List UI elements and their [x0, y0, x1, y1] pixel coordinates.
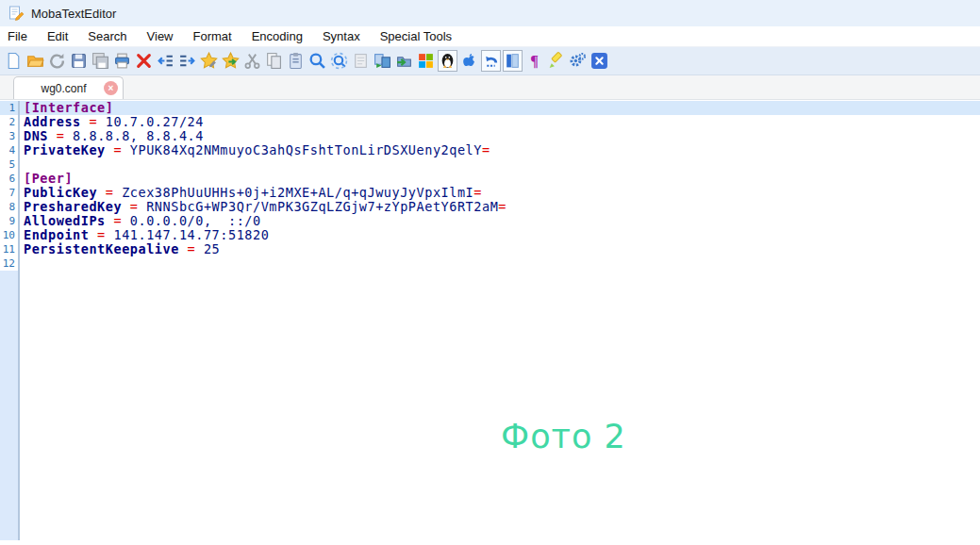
code-text: [Peer] — [20, 172, 73, 186]
tab-close-icon[interactable]: × — [104, 81, 118, 95]
gutter-below-content — [0, 271, 20, 540]
code-text — [20, 157, 24, 172]
menu-file[interactable]: File — [8, 29, 27, 43]
code-text: AllowedIPs = 0.0.0.0/0, ::/0 — [20, 214, 261, 228]
reload-icon[interactable] — [47, 50, 67, 72]
code-text: DNS = 8.8.8.8, 8.8.4.4 — [20, 129, 204, 143]
line-number: 3 — [0, 129, 20, 143]
code-text: PresharedKey = RNNSbcG+WP3Qr/VmPK3GZqLZG… — [20, 200, 507, 214]
mac-format-icon[interactable] — [459, 50, 479, 72]
bookmark-go-icon[interactable] — [221, 50, 241, 72]
menubar: FileEditSearchViewFormatEncodingSyntaxSp… — [0, 26, 980, 47]
close-editor-icon[interactable] — [590, 50, 609, 72]
paste-icon[interactable] — [286, 50, 306, 72]
save-all-icon[interactable] — [91, 50, 110, 72]
code-text: Address = 10.7.0.27/24 — [20, 115, 204, 129]
menu-view[interactable]: View — [147, 29, 174, 43]
window-title: MobaTextEditor — [31, 7, 116, 21]
bookmark-edit-icon[interactable] — [199, 50, 219, 72]
code-line[interactable]: 7PublicKey = Zcex38PhUuUHHs+0j+i2MXE+AL/… — [0, 186, 980, 200]
close-file-icon[interactable] — [134, 50, 154, 72]
settings-icon[interactable] — [568, 50, 588, 72]
open-folder-icon[interactable] — [25, 50, 45, 72]
indent-icon[interactable] — [177, 50, 197, 72]
line-number: 4 — [0, 143, 20, 157]
document-gray-icon[interactable] — [351, 50, 371, 72]
new-file-icon[interactable] — [4, 50, 24, 72]
line-number: 1 — [0, 101, 20, 115]
code-line[interactable]: 12 — [0, 256, 980, 271]
menu-syntax[interactable]: Syntax — [323, 29, 360, 43]
find-icon[interactable] — [307, 50, 327, 72]
replace-icon[interactable] — [329, 50, 349, 72]
code-line[interactable]: 5 — [0, 157, 980, 172]
titlebar: MobaTextEditor — [0, 0, 980, 26]
line-number: 12 — [0, 256, 20, 271]
code-line[interactable]: 2Address = 10.7.0.27/24 — [0, 115, 980, 129]
windows-format-icon[interactable] — [416, 50, 436, 72]
code-line[interactable]: 3DNS = 8.8.8.8, 8.8.4.4 — [0, 129, 980, 143]
convert-document-icon[interactable] — [373, 50, 392, 72]
save-icon[interactable] — [69, 50, 89, 72]
watermark-text: Фото 2 — [501, 418, 626, 455]
code-line[interactable]: 4PrivateKey = YPUK84Xq2NMmuyoC3ahQsFshtT… — [0, 143, 980, 157]
code-line[interactable]: 6[Peer] — [0, 172, 980, 186]
cut-icon[interactable] — [242, 50, 262, 72]
line-number: 2 — [0, 115, 20, 129]
code-lines: 1[Interface]2Address = 10.7.0.27/243DNS … — [0, 101, 980, 271]
line-number: 8 — [0, 200, 20, 214]
mobatexteditor-window: MobaTextEditor FileEditSearchViewFormatE… — [0, 0, 980, 545]
code-text: PublicKey = Zcex38PhUuUHHs+0j+i2MXE+AL/q… — [20, 186, 482, 200]
menu-special-tools[interactable]: Special Tools — [380, 29, 452, 43]
print-icon[interactable] — [112, 50, 132, 72]
code-line[interactable]: 8PresharedKey = RNNSbcG+WP3Qr/VmPK3GZqLZ… — [0, 200, 980, 214]
show-paragraph-marks-icon[interactable]: ¶ — [524, 50, 544, 72]
highlight-icon[interactable] — [546, 50, 566, 72]
tab-wg0-conf[interactable]: wg0.conf × — [13, 76, 124, 99]
editor-area[interactable]: 1[Interface]2Address = 10.7.0.27/243DNS … — [0, 101, 980, 540]
line-number: 7 — [0, 186, 20, 200]
line-number: 5 — [0, 157, 20, 172]
code-line[interactable]: 11PersistentKeepalive = 25 — [0, 242, 980, 256]
tabbar: wg0.conf × — [0, 75, 980, 100]
outdent-icon[interactable] — [156, 50, 175, 72]
app-icon — [8, 5, 25, 22]
code-text: PersistentKeepalive = 25 — [20, 242, 220, 256]
line-number: 6 — [0, 172, 20, 186]
copy-icon[interactable] — [264, 50, 284, 72]
menu-search[interactable]: Search — [88, 29, 126, 43]
tab-label: wg0.conf — [24, 82, 104, 95]
code-text: PrivateKey = YPUK84Xq2NMmuyoC3ahQsFshtTo… — [20, 143, 490, 157]
menu-format[interactable]: Format — [193, 29, 232, 43]
unix-format-icon[interactable] — [438, 50, 457, 72]
menu-encoding[interactable]: Encoding — [252, 29, 303, 43]
undo-icon[interactable] — [481, 50, 501, 72]
menu-edit[interactable]: Edit — [47, 29, 68, 43]
code-line[interactable]: 1[Interface] — [0, 101, 980, 115]
line-number: 11 — [0, 242, 20, 256]
code-line[interactable]: 10Endpoint = 141.147.14.77:51820 — [0, 228, 980, 242]
code-text: Endpoint = 141.147.14.77:51820 — [20, 228, 269, 242]
line-number: 9 — [0, 214, 20, 228]
column-mode-icon[interactable] — [503, 50, 523, 72]
code-line[interactable]: 9AllowedIPs = 0.0.0.0/0, ::/0 — [0, 214, 980, 228]
toolbar: ¶ — [0, 47, 980, 75]
send-to-folder-icon[interactable] — [394, 50, 414, 72]
line-number: 10 — [0, 228, 20, 242]
code-text — [20, 256, 24, 271]
code-text: [Interface] — [20, 101, 113, 115]
